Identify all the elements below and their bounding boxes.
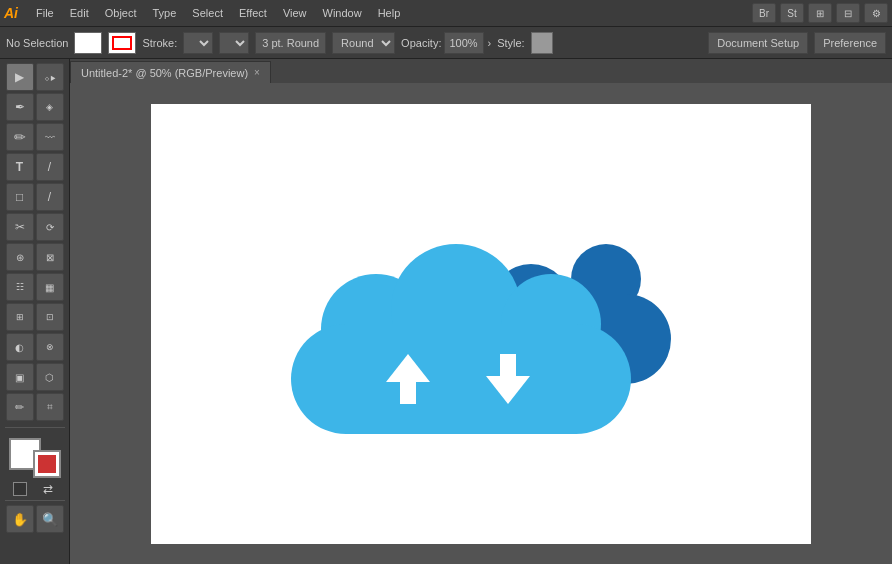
measure-tool[interactable]: ⌗: [36, 393, 64, 421]
tool-row-2: ✒ ◈: [6, 93, 64, 121]
toolbar-divider-2: [5, 500, 65, 501]
app-logo: Ai: [4, 5, 18, 21]
main-layout: ▶ ⬦▶ ✒ ◈ ✏ 〰 T / □ / ✂ ⟳ ⊛ ⊠ ☷ ▦: [0, 59, 892, 564]
scissors-tool[interactable]: ✂: [6, 213, 34, 241]
smooth-tool[interactable]: 〰: [36, 123, 64, 151]
tool-row-10: ◐ ⊗: [6, 333, 64, 361]
selection-label: No Selection: [6, 37, 68, 49]
swatch-icons: ⇄: [13, 482, 57, 496]
menu-file[interactable]: File: [28, 5, 62, 21]
live-paint-tool[interactable]: ⬡: [36, 363, 64, 391]
workspace-icon[interactable]: ⊞: [808, 3, 832, 23]
fill-swatch[interactable]: [74, 32, 102, 54]
menu-select[interactable]: Select: [184, 5, 231, 21]
cap-select[interactable]: Round: [332, 32, 395, 54]
tool-row-3: ✏ 〰: [6, 123, 64, 151]
tab-title: Untitled-2* @ 50% (RGB/Preview): [81, 67, 248, 79]
menu-edit[interactable]: Edit: [62, 5, 97, 21]
arrange-icon[interactable]: ⊟: [836, 3, 860, 23]
scale-tool[interactable]: ⊠: [36, 243, 64, 271]
download-arrow-icon: [486, 354, 530, 404]
direct-selection-tool[interactable]: ⬦▶: [36, 63, 64, 91]
opacity-input[interactable]: [444, 32, 484, 54]
hand-tool[interactable]: ✋: [6, 505, 34, 533]
column-graph-tool[interactable]: ▦: [36, 273, 64, 301]
tool-row-7: ⊛ ⊠: [6, 243, 64, 271]
stroke-label: Stroke:: [142, 37, 177, 49]
menu-effect[interactable]: Effect: [231, 5, 275, 21]
canvas-area: Untitled-2* @ 50% (RGB/Preview) ×: [70, 59, 892, 564]
swap-colors-icon[interactable]: ⇄: [43, 482, 57, 496]
tool-row-8: ☷ ▦: [6, 273, 64, 301]
menu-type[interactable]: Type: [145, 5, 185, 21]
tab-close-button[interactable]: ×: [254, 67, 260, 78]
document-setup-button[interactable]: Document Setup: [708, 32, 808, 54]
slice-tool[interactable]: ⊡: [36, 303, 64, 331]
warp-tool[interactable]: ⊛: [6, 243, 34, 271]
document-tab[interactable]: Untitled-2* @ 50% (RGB/Preview) ×: [70, 61, 271, 83]
rectangle-tool[interactable]: □: [6, 183, 34, 211]
symbol-tool[interactable]: ☷: [6, 273, 34, 301]
selection-tool[interactable]: ▶: [6, 63, 34, 91]
tab-bar: Untitled-2* @ 50% (RGB/Preview) ×: [70, 59, 892, 83]
mesh-tool[interactable]: ⊗: [36, 333, 64, 361]
gradient-tool[interactable]: ◐: [6, 333, 34, 361]
pt-round-display: 3 pt. Round: [255, 32, 326, 54]
stroke-swatch[interactable]: [108, 32, 136, 54]
artboard-tool[interactable]: ⊞: [6, 303, 34, 331]
gear-icon[interactable]: ⚙: [864, 3, 888, 23]
tool-row-9: ⊞ ⊡: [6, 303, 64, 331]
upload-arrow-icon: [386, 354, 430, 404]
toolbar-divider: [5, 427, 65, 428]
stock-icon[interactable]: St: [780, 3, 804, 23]
pen-tool[interactable]: ✒: [6, 93, 34, 121]
document-canvas[interactable]: [70, 83, 892, 564]
type-tool[interactable]: T: [6, 153, 34, 181]
tool-row-6: ✂ ⟳: [6, 213, 64, 241]
shape-builder-tool[interactable]: ▣: [6, 363, 34, 391]
pt-round-value: 3 pt. Round: [262, 37, 319, 49]
tool-row-11: ▣ ⬡: [6, 363, 64, 391]
tool-row-4: T /: [6, 153, 64, 181]
style-swatch[interactable]: [531, 32, 553, 54]
pencil-tool[interactable]: ✏: [6, 123, 34, 151]
zoom-tool[interactable]: 🔍: [36, 505, 64, 533]
tool-row-12: ✏ ⌗: [6, 393, 64, 421]
options-bar: No Selection Stroke: 3 pt. Round Round O…: [0, 27, 892, 59]
style-label: Style:: [497, 37, 525, 49]
background-color-swatch[interactable]: [33, 450, 61, 478]
opacity-label: Opacity:: [401, 37, 441, 49]
opacity-arrow[interactable]: ›: [487, 37, 491, 49]
default-colors-icon[interactable]: [13, 482, 27, 496]
line-tool[interactable]: /: [36, 153, 64, 181]
preferences-button[interactable]: Preference: [814, 32, 886, 54]
stroke-select[interactable]: [183, 32, 213, 54]
menu-window[interactable]: Window: [315, 5, 370, 21]
tool-row-1: ▶ ⬦▶: [6, 63, 64, 91]
opacity-group: Opacity: ›: [401, 32, 491, 54]
color-swatch-area: [9, 438, 61, 478]
cloud-illustration: [291, 214, 671, 434]
artboard: [151, 104, 811, 544]
curvature-tool[interactable]: ◈: [36, 93, 64, 121]
tool-row-view: ✋ 🔍: [6, 505, 64, 533]
bridge-icon[interactable]: Br: [752, 3, 776, 23]
eyedropper-tool[interactable]: ✏: [6, 393, 34, 421]
menu-view[interactable]: View: [275, 5, 315, 21]
tool-row-5: □ /: [6, 183, 64, 211]
menu-object[interactable]: Object: [97, 5, 145, 21]
left-toolbar: ▶ ⬦▶ ✒ ◈ ✏ 〰 T / □ / ✂ ⟳ ⊛ ⊠ ☷ ▦: [0, 59, 70, 564]
cloud-front: [291, 234, 631, 434]
menu-icons-group: Br St ⊞ ⊟ ⚙: [752, 3, 888, 23]
rotate-tool[interactable]: ⟳: [36, 213, 64, 241]
menu-help[interactable]: Help: [370, 5, 409, 21]
menu-bar: Ai File Edit Object Type Select Effect V…: [0, 0, 892, 27]
stroke-weight-select[interactable]: [219, 32, 249, 54]
paintbrush-tool[interactable]: /: [36, 183, 64, 211]
